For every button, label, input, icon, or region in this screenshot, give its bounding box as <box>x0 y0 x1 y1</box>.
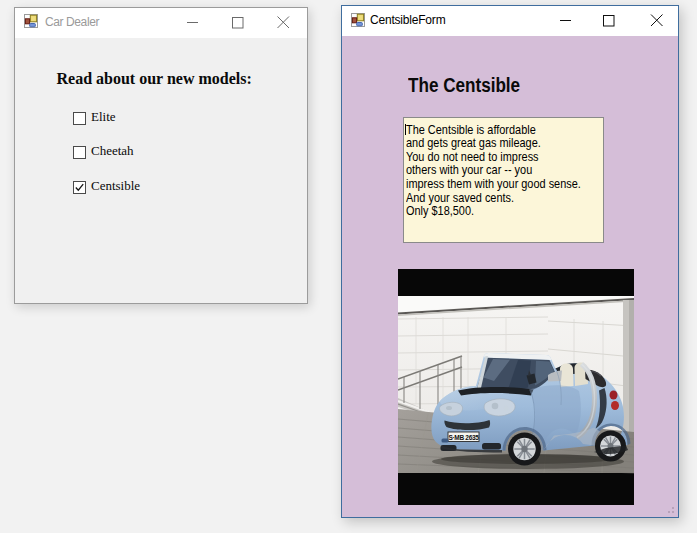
svg-text:S·MB 2635: S·MB 2635 <box>448 434 479 441</box>
